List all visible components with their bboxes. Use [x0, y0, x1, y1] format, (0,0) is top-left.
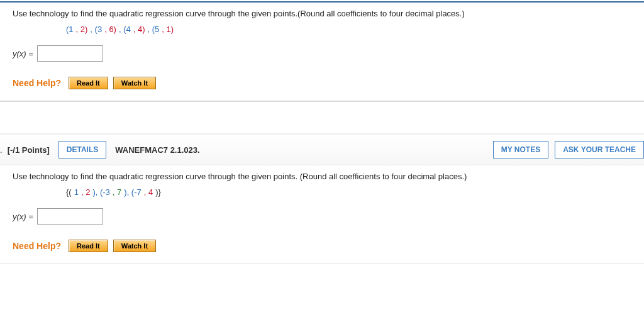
- watch-it-button[interactable]: Watch It: [113, 240, 156, 252]
- question-header: . [-/1 Points] DETAILS WANEFMAC7 2.1.023…: [0, 134, 644, 165]
- question-prompt: Use technology to find the quadratic reg…: [13, 172, 631, 181]
- answer-row: y(x) =: [13, 208, 631, 225]
- ask-teacher-button[interactable]: ASK YOUR TEACHE: [555, 141, 644, 158]
- answer-label: y(x) =: [13, 212, 33, 221]
- read-it-button[interactable]: Read It: [69, 77, 108, 89]
- section-gap: [0, 101, 644, 134]
- points-label: [-/1 Points]: [6, 145, 50, 155]
- my-notes-button[interactable]: MY NOTES: [493, 141, 548, 158]
- data-points: (1, 2), (3, 6), (4, 4), (5, 1): [66, 25, 631, 34]
- answer-input[interactable]: [37, 208, 103, 225]
- need-help-label: Need Help?: [13, 78, 61, 88]
- answer-row: y(x) =: [13, 45, 631, 62]
- read-it-button[interactable]: Read It: [69, 240, 108, 252]
- reference-code: WANEFMAC7 2.1.023.: [115, 145, 199, 155]
- question-prompt: Use technology to find the quadratic reg…: [13, 9, 631, 18]
- question-2: Use technology to find the quadratic reg…: [0, 165, 644, 264]
- help-row: Need Help? Read It Watch It: [13, 77, 631, 89]
- help-row: Need Help? Read It Watch It: [13, 240, 631, 252]
- answer-label: y(x) =: [13, 49, 33, 58]
- watch-it-button[interactable]: Watch It: [113, 77, 156, 89]
- answer-input[interactable]: [37, 45, 103, 62]
- need-help-label: Need Help?: [13, 241, 61, 251]
- details-button[interactable]: DETAILS: [58, 141, 106, 158]
- data-points: {(1, 2), (-3, 7), (-7, 4)}: [66, 187, 631, 197]
- question-1: Use technology to find the quadratic reg…: [0, 3, 644, 101]
